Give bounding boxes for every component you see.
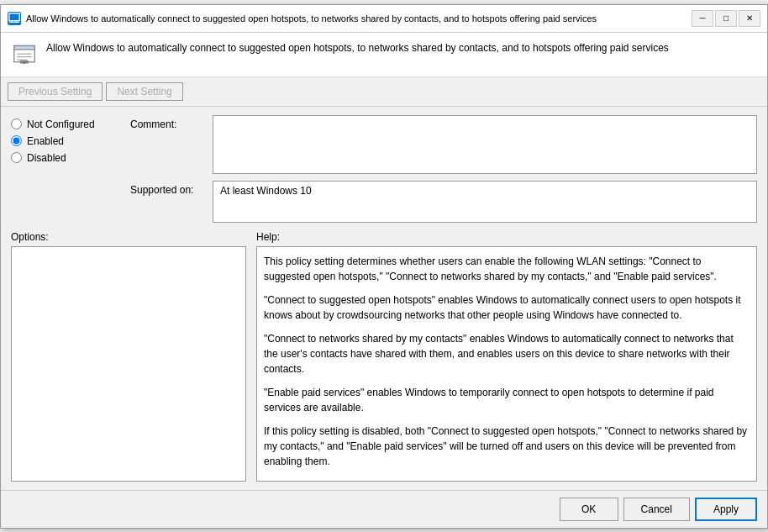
help-paragraph: If this policy setting is disabled, both… [264, 424, 750, 469]
help-paragraph: "Enable paid services" enables Windows t… [264, 385, 750, 415]
supported-value-box: At least Windows 10 [213, 181, 757, 223]
enabled-radio-label[interactable]: Enabled [11, 135, 120, 147]
disabled-radio[interactable] [11, 152, 22, 163]
svg-rect-5 [14, 45, 35, 49]
help-paragraph: "Connect to suggested open hotspots" ena… [264, 292, 750, 323]
supported-value: At least Windows 10 [217, 183, 315, 198]
bottom-section: Options: Help: This policy setting deter… [1, 231, 767, 490]
help-box: This policy setting determines whether u… [256, 246, 757, 482]
header-section: Allow Windows to automatically connect t… [1, 33, 767, 77]
window-title: Allow Windows to automatically connect t… [26, 13, 686, 24]
radio-group: Not Configured Enabled Disabled [11, 119, 120, 164]
options-panel: Options: [11, 231, 246, 482]
svg-rect-10 [23, 61, 26, 63]
supported-row: Supported on: At least Windows 10 [130, 181, 757, 223]
not-configured-radio[interactable] [11, 119, 22, 129]
help-paragraph: "Connect to networks shared by my contac… [264, 331, 750, 377]
options-box [11, 246, 246, 482]
supported-label: Supported on: [130, 181, 206, 196]
svg-rect-0 [9, 13, 19, 20]
comment-row: Comment: [130, 115, 757, 174]
help-paragraph: This policy setting determines whether u… [264, 254, 750, 284]
footer: OK Cancel Apply [1, 490, 767, 528]
main-content: Not Configured Enabled Disabled Comment:… [1, 107, 767, 231]
enabled-label: Enabled [27, 135, 64, 147]
cancel-button[interactable]: Cancel [623, 498, 690, 521]
not-configured-label: Not Configured [27, 119, 95, 130]
left-panel: Not Configured Enabled Disabled [11, 115, 120, 223]
window-controls: ─ □ ✕ [692, 10, 760, 27]
options-label: Options: [11, 231, 246, 243]
enabled-radio[interactable] [11, 135, 22, 146]
not-configured-radio-label[interactable]: Not Configured [11, 119, 120, 130]
right-panel: Comment: Supported on: At least Windows … [130, 115, 757, 223]
disabled-radio-label[interactable]: Disabled [11, 152, 120, 164]
comment-label: Comment: [130, 115, 206, 130]
previous-setting-button[interactable]: Previous Setting [8, 82, 103, 101]
header-title: Allow Windows to automatically connect t… [46, 41, 669, 55]
policy-icon [11, 41, 38, 68]
window-icon [8, 12, 21, 25]
minimize-button[interactable]: ─ [692, 10, 713, 27]
close-button[interactable]: ✕ [739, 10, 760, 27]
dialog-window: Allow Windows to automatically connect t… [0, 4, 768, 529]
toolbar: Previous Setting Next Setting [1, 77, 767, 107]
help-label: Help: [256, 231, 757, 243]
apply-button[interactable]: Apply [695, 498, 757, 521]
ok-button[interactable]: OK [560, 498, 618, 521]
help-paragraph: If this policy setting is not configured… [264, 477, 750, 482]
comment-textarea[interactable] [213, 115, 757, 174]
next-setting-button[interactable]: Next Setting [106, 82, 182, 101]
disabled-label: Disabled [27, 152, 66, 164]
maximize-button[interactable]: □ [715, 10, 737, 27]
help-panel: Help: This policy setting determines whe… [256, 231, 757, 482]
title-bar: Allow Windows to automatically connect t… [1, 5, 767, 33]
